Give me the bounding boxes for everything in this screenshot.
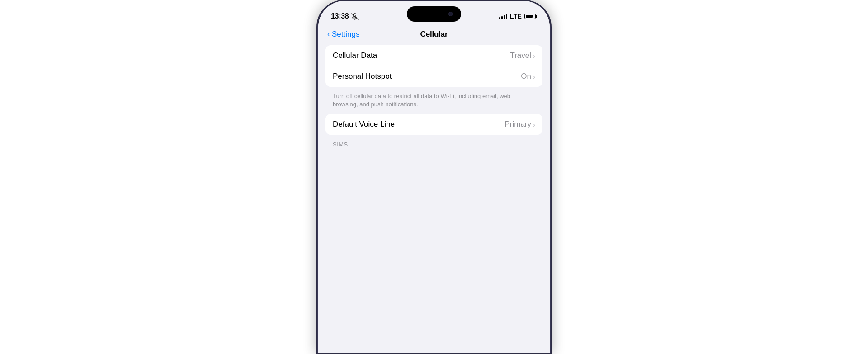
signal-bar-4 bbox=[506, 14, 507, 19]
phone-wrapper: 13:38 LTE bbox=[316, 0, 552, 354]
cellular-data-row[interactable]: Cellular Data Travel › bbox=[326, 45, 542, 66]
signal-bar-2 bbox=[501, 16, 503, 19]
voice-line-card: Default Voice Line Primary › bbox=[326, 114, 542, 135]
cellular-group-card: Cellular Data Travel › Personal Hotspot … bbox=[326, 45, 542, 87]
settings-content: Cellular Data Travel › Personal Hotspot … bbox=[318, 45, 550, 151]
cellular-data-chevron-icon: › bbox=[533, 52, 535, 60]
voice-line-chevron-icon: › bbox=[533, 121, 535, 128]
signal-bars-icon bbox=[499, 14, 507, 19]
cellular-data-status: Travel bbox=[510, 51, 531, 60]
default-voice-line-row[interactable]: Default Voice Line Primary › bbox=[326, 114, 542, 135]
personal-hotspot-chevron-icon: › bbox=[533, 73, 535, 80]
time-display: 13:38 bbox=[331, 12, 349, 20]
default-voice-line-label: Default Voice Line bbox=[333, 120, 395, 129]
default-voice-line-value: Primary › bbox=[505, 120, 535, 129]
back-label[interactable]: Settings bbox=[332, 30, 359, 39]
sims-section-header: SIMs bbox=[326, 138, 542, 151]
battery-fill bbox=[526, 15, 533, 18]
battery-cap bbox=[536, 15, 537, 18]
personal-hotspot-row[interactable]: Personal Hotspot On › bbox=[326, 66, 542, 87]
personal-hotspot-status: On bbox=[521, 72, 531, 81]
back-chevron-icon: ‹ bbox=[327, 29, 330, 39]
page-title: Cellular bbox=[420, 30, 448, 39]
battery-icon bbox=[524, 14, 537, 19]
signal-bar-1 bbox=[499, 17, 500, 19]
lte-label: LTE bbox=[510, 13, 522, 20]
phone-screen: 13:38 LTE bbox=[318, 1, 550, 353]
default-voice-line-status: Primary bbox=[505, 120, 531, 129]
bell-slash-icon bbox=[351, 13, 359, 20]
personal-hotspot-label: Personal Hotspot bbox=[333, 72, 392, 81]
personal-hotspot-value: On › bbox=[521, 72, 535, 81]
status-right: LTE bbox=[499, 13, 537, 20]
phone-frame: 13:38 LTE bbox=[316, 0, 552, 354]
status-time: 13:38 bbox=[331, 12, 359, 20]
dynamic-island bbox=[407, 6, 461, 22]
camera-dot bbox=[448, 12, 453, 16]
cellular-data-hint: Turn off cellular data to restrict all d… bbox=[326, 89, 542, 114]
battery-body bbox=[524, 14, 536, 19]
back-button[interactable]: ‹ Settings bbox=[327, 30, 359, 39]
cellular-data-value: Travel › bbox=[510, 51, 535, 60]
signal-bar-3 bbox=[504, 15, 505, 19]
cellular-data-label: Cellular Data bbox=[333, 51, 377, 60]
nav-bar: ‹ Settings Cellular bbox=[318, 25, 550, 45]
